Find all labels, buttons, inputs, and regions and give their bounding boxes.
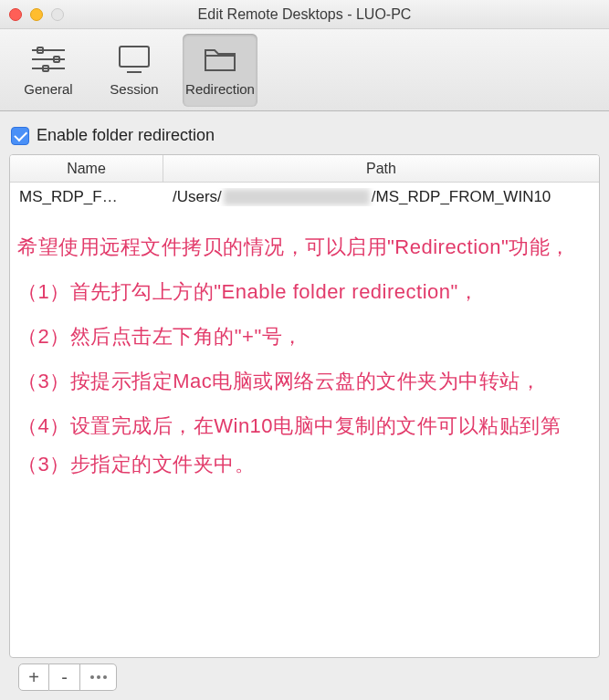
window-title: Edit Remote Desktops - LUO-PC xyxy=(0,6,609,23)
annotation-line-3: （2）然后点击左下角的"+"号， xyxy=(17,318,592,357)
table-button-bar: + - xyxy=(9,658,600,695)
sliders-icon xyxy=(28,43,68,76)
cell-path: /Users/ /MS_RDP_FROM_WIN10 xyxy=(163,188,599,206)
tab-session[interactable]: Session xyxy=(97,34,172,107)
annotation-line-5: （4）设置完成后，在Win10电脑中复制的文件可以粘贴到第（3）步指定的文件夹中… xyxy=(17,407,592,486)
tab-session-label: Session xyxy=(110,81,158,97)
tab-redirection-label: Redirection xyxy=(185,81,255,97)
toolbar: General Session Redirection xyxy=(0,29,609,111)
folder-icon xyxy=(200,43,240,76)
tab-general-label: General xyxy=(24,81,72,97)
more-actions-button[interactable] xyxy=(80,663,117,691)
annotation-line-1: 希望使用远程文件拷贝的情况，可以启用"Redirection"功能， xyxy=(17,228,592,267)
annotation-line-4: （3）按提示指定Mac电脑或网络云盘的文件夹为中转站， xyxy=(17,362,592,402)
tab-general[interactable]: General xyxy=(11,34,86,107)
ellipsis-icon xyxy=(90,675,107,679)
tab-redirection[interactable]: Redirection xyxy=(183,34,257,107)
window: Edit Remote Desktops - LUO-PC General xyxy=(0,0,609,700)
remove-folder-button[interactable]: - xyxy=(49,663,80,691)
redacted-segment xyxy=(224,189,370,205)
table-row[interactable]: MS_RDP_F… /Users/ /MS_RDP_FROM_WIN10 xyxy=(10,183,599,212)
enable-folder-redirection-checkbox[interactable] xyxy=(11,127,29,145)
cell-path-suffix: /MS_RDP_FROM_WIN10 xyxy=(372,188,551,206)
enable-folder-redirection-row: Enable folder redirection xyxy=(9,126,600,154)
monitor-icon xyxy=(114,43,154,76)
annotation-overlay: 希望使用远程文件拷贝的情况，可以启用"Redirection"功能， （1）首先… xyxy=(10,212,599,490)
column-header-path[interactable]: Path xyxy=(163,155,599,182)
titlebar: Edit Remote Desktops - LUO-PC xyxy=(0,0,609,29)
cell-name: MS_RDP_F… xyxy=(10,188,163,206)
enable-folder-redirection-label: Enable folder redirection xyxy=(37,126,215,145)
add-folder-button[interactable]: + xyxy=(18,663,49,691)
cell-path-prefix: /Users/ xyxy=(173,188,222,206)
column-header-name[interactable]: Name xyxy=(10,155,163,182)
annotation-line-2: （1）首先打勾上方的"Enable folder redirection"， xyxy=(17,273,592,312)
table-header: Name Path xyxy=(10,155,599,183)
svg-rect-6 xyxy=(120,47,149,67)
redirection-panel: Enable folder redirection Name Path MS_R… xyxy=(0,111,609,700)
folder-table: Name Path MS_RDP_F… /Users/ /MS_RDP_FROM… xyxy=(9,154,600,658)
